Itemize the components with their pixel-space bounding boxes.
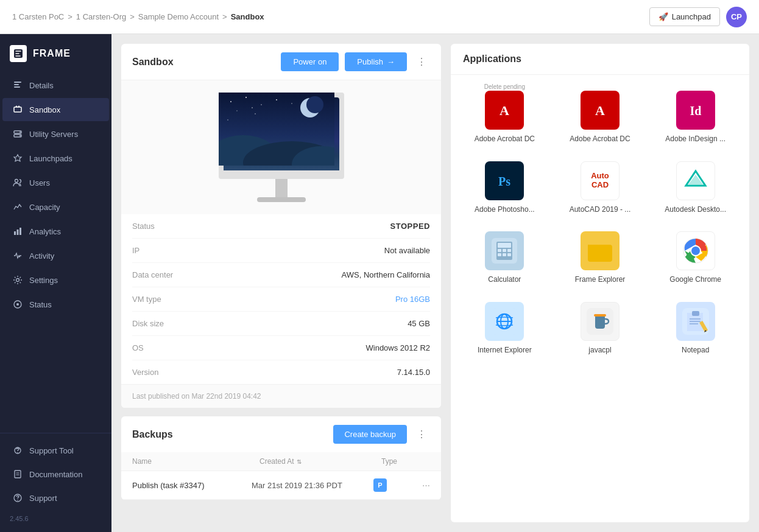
app-item-calculator[interactable]: Calculator bbox=[457, 222, 552, 292]
app-item-ie[interactable]: Internet Explorer bbox=[457, 292, 552, 363]
version-field-label: Version bbox=[132, 368, 224, 377]
app-name-javacpl: javacpl bbox=[588, 346, 611, 355]
sandbox-menu-button[interactable]: ⋮ bbox=[413, 54, 430, 71]
sidebar-item-launchpads[interactable]: Launchpads bbox=[2, 147, 109, 170]
sandbox-panel: Sandbox Power on Publish → ⋮ bbox=[121, 44, 441, 522]
create-backup-button[interactable]: Create backup bbox=[333, 425, 407, 444]
status-value: STOPPED bbox=[224, 222, 430, 231]
app-name-frame-explorer: Frame Explorer bbox=[575, 275, 626, 285]
app-name-acrobat-dc-2: Adobe Acrobat DC bbox=[570, 135, 630, 144]
support-tool-icon bbox=[12, 445, 23, 456]
sidebar-item-settings[interactable]: Settings bbox=[2, 268, 109, 292]
app-icon-notepad bbox=[676, 302, 715, 341]
app-icon-photoshop: Ps bbox=[485, 161, 524, 200]
sidebar-item-documentation-label: Documentation bbox=[29, 470, 82, 479]
svg-point-27 bbox=[276, 99, 277, 100]
monitor-screen bbox=[224, 97, 339, 170]
svg-text:Id: Id bbox=[690, 104, 701, 117]
backups-menu-button[interactable]: ⋮ bbox=[413, 426, 430, 443]
sidebar-bottom: Support Tool Documentation Support 2.45.… bbox=[0, 433, 111, 527]
backups-header: Backups Create backup ⋮ bbox=[121, 416, 441, 452]
sidebar-item-status[interactable]: Status bbox=[2, 293, 109, 316]
breadcrumb-part2[interactable]: 1 Carsten-Org bbox=[76, 12, 126, 21]
sidebar-item-analytics[interactable]: Analytics bbox=[2, 220, 109, 243]
avatar-button[interactable]: CP bbox=[726, 7, 747, 27]
sidebar-item-sandbox[interactable]: Sandbox bbox=[2, 98, 109, 121]
sidebar-item-users[interactable]: Users bbox=[2, 171, 109, 194]
sidebar-item-analytics-label: Analytics bbox=[29, 227, 61, 236]
app-item-chrome[interactable]: Google Chrome bbox=[648, 222, 743, 292]
app-name-photoshop: Adobe Photosho... bbox=[475, 205, 535, 215]
breadcrumb-part1[interactable]: 1 Carsten PoC bbox=[12, 12, 64, 21]
backup-row-menu[interactable]: ⋯ bbox=[422, 481, 430, 490]
topbar-right: 🚀 Launchpad CP bbox=[649, 7, 747, 27]
app-item-photoshop[interactable]: Ps Adobe Photosho... bbox=[457, 152, 552, 222]
svg-point-15 bbox=[16, 303, 19, 306]
app-item-acrobat-dc-1[interactable]: Delete pending A Adobe Acrobat DC bbox=[457, 81, 552, 152]
sandbox-preview bbox=[121, 80, 441, 214]
power-on-button[interactable]: Power on bbox=[281, 52, 339, 71]
vmtype-value[interactable]: Pro 16GB bbox=[224, 295, 430, 304]
breadcrumb-sep2: > bbox=[130, 12, 135, 21]
rocket-icon: 🚀 bbox=[658, 12, 668, 21]
sidebar-item-support-label: Support bbox=[29, 494, 57, 503]
app-name-acrobat-dc-1: Adobe Acrobat DC bbox=[475, 135, 535, 144]
app-item-indesign[interactable]: Id Adobe InDesign ... bbox=[648, 81, 743, 152]
svg-rect-57 bbox=[507, 249, 511, 252]
status-row: Status STOPPED bbox=[132, 214, 430, 239]
svg-rect-18 bbox=[15, 471, 21, 478]
app-icon-acrobat-dc-1: A bbox=[485, 91, 524, 130]
app-name-autodesk: Autodesk Deskto... bbox=[665, 205, 726, 215]
svg-rect-55 bbox=[498, 249, 501, 252]
sidebar-item-activity[interactable]: Activity bbox=[2, 244, 109, 267]
col-created-header: Created At ⇅ bbox=[259, 457, 381, 466]
app-icon-javacpl bbox=[581, 302, 620, 341]
breadcrumb-sep3: > bbox=[222, 12, 227, 21]
version-field-value: 7.14.15.0 bbox=[224, 368, 430, 377]
launchpads-icon bbox=[12, 153, 23, 164]
svg-rect-58 bbox=[498, 253, 501, 256]
app-item-acrobat-dc-2[interactable]: A Adobe Acrobat DC bbox=[552, 81, 648, 152]
svg-rect-56 bbox=[503, 249, 506, 252]
delete-pending-label: Delete pending bbox=[484, 83, 525, 90]
details-icon bbox=[12, 80, 23, 91]
sidebar-item-users-label: Users bbox=[29, 178, 50, 187]
svg-point-9 bbox=[15, 180, 18, 183]
sidebar-item-capacity[interactable]: Capacity bbox=[2, 195, 109, 219]
sidebar-item-details-label: Details bbox=[29, 81, 54, 90]
applications-header: Applications bbox=[451, 44, 749, 75]
sidebar-item-utility-servers[interactable]: Utility Servers bbox=[2, 122, 109, 145]
arrow-right-icon: → bbox=[387, 57, 395, 66]
app-item-frame-explorer[interactable]: Frame Explorer bbox=[552, 222, 648, 292]
breadcrumb-sep1: > bbox=[68, 12, 72, 21]
svg-point-26 bbox=[261, 104, 262, 105]
app-icon-chrome bbox=[676, 231, 715, 270]
ip-label: IP bbox=[132, 246, 224, 255]
svg-point-31 bbox=[227, 119, 228, 121]
svg-rect-60 bbox=[507, 253, 511, 256]
status-label: Status bbox=[132, 222, 224, 231]
sidebar-item-documentation[interactable]: Documentation bbox=[2, 463, 109, 486]
svg-point-30 bbox=[255, 113, 256, 114]
svg-point-29 bbox=[236, 110, 238, 111]
sidebar-item-settings-label: Settings bbox=[29, 276, 58, 285]
breadcrumb-part3[interactable]: Sample Demo Account bbox=[138, 12, 219, 21]
publish-button[interactable]: Publish → bbox=[345, 52, 407, 71]
app-item-javacpl[interactable]: javacpl bbox=[552, 292, 648, 363]
sort-icon: ⇅ bbox=[297, 458, 302, 465]
launchpad-button[interactable]: 🚀 Launchpad bbox=[649, 7, 720, 26]
breadcrumb: 1 Carsten PoC > 1 Carsten-Org > Sample D… bbox=[12, 12, 264, 21]
sidebar-item-details[interactable]: Details bbox=[2, 74, 109, 97]
app-item-notepad[interactable]: Notepad bbox=[648, 292, 743, 363]
sidebar-item-support-tool[interactable]: Support Tool bbox=[2, 439, 109, 462]
sandbox-card-title: Sandbox bbox=[132, 57, 275, 68]
layout: FRAME Details Sandbox Utility Servers La… bbox=[0, 34, 759, 532]
os-row: OS Windows 2012 R2 bbox=[132, 336, 430, 360]
info-table: Status STOPPED IP Not available Data cen… bbox=[121, 214, 441, 384]
svg-point-7 bbox=[19, 131, 21, 133]
app-item-autocad[interactable]: Auto CAD AutoCAD 2019 - ... bbox=[552, 152, 648, 222]
logo-text: FRAME bbox=[33, 48, 71, 59]
sidebar-item-support[interactable]: Support bbox=[2, 486, 109, 509]
svg-text:CAD: CAD bbox=[591, 180, 609, 189]
app-item-autodesk[interactable]: Autodesk Deskto... bbox=[648, 152, 743, 222]
